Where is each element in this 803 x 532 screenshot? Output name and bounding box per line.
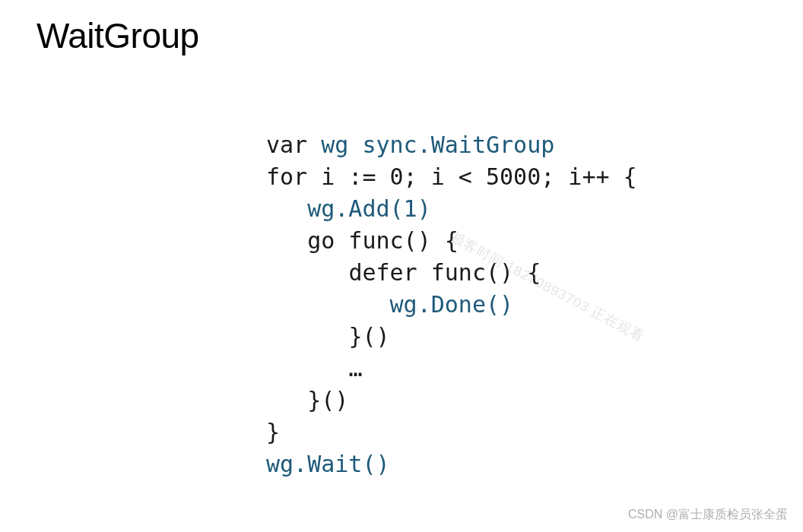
code-call-wait: wg.Wait() — [266, 451, 390, 477]
code-indent — [266, 355, 348, 382]
code-indent — [266, 195, 307, 222]
slide-title: WaitGroup — [36, 15, 199, 56]
code-call-add: wg.Add(1) — [307, 195, 431, 222]
watermark-bottom: CSDN @富士康质检员张全蛋 — [628, 507, 788, 523]
code-call-done: wg.Done() — [390, 291, 514, 318]
code-keyword-var: var — [266, 131, 307, 158]
code-indent — [266, 291, 390, 318]
code-indent — [266, 323, 348, 350]
code-close-gofunc: }() — [307, 387, 348, 413]
code-indent — [266, 259, 348, 286]
code-indent — [266, 227, 307, 254]
code-identifier-wg: wg — [307, 131, 362, 158]
code-ellipsis: … — [348, 355, 362, 382]
code-close-for: } — [266, 419, 280, 445]
code-line-for: for i := 0; i < 5000; i++ { — [266, 163, 637, 190]
code-type-waitgroup: sync.WaitGroup — [362, 131, 554, 158]
code-line-gofunc: go func() { — [307, 227, 459, 254]
code-close-defer: }() — [348, 323, 389, 350]
code-indent — [266, 387, 307, 413]
